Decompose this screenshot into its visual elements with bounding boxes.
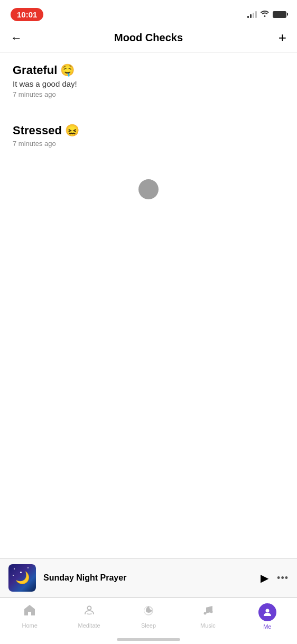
meditate-icon: [82, 603, 96, 620]
page-title: Mood Checks: [114, 32, 183, 44]
status-time: 10:01: [11, 8, 43, 21]
mood-list: Grateful 🤤 It was a good day! 7 minutes …: [0, 53, 297, 231]
star-3: [13, 575, 14, 576]
moon-icon: 🌙: [15, 571, 30, 585]
mood-title-grateful: Grateful 🤤: [13, 63, 284, 77]
mood-item-stressed: Stressed 😖 7 minutes ago: [13, 124, 284, 158]
more-options-button[interactable]: •••: [277, 573, 289, 584]
signal-bar-1: [247, 16, 249, 18]
home-icon: [23, 603, 36, 620]
tab-home[interactable]: Home: [0, 603, 59, 629]
wifi-icon: [260, 10, 270, 19]
tab-music[interactable]: Music: [178, 603, 237, 629]
status-bar: 10:01: [0, 0, 297, 23]
signal-bar-2: [250, 14, 252, 18]
mini-player-title: Sunday Night Prayer: [43, 573, 253, 583]
back-button[interactable]: ←: [11, 31, 32, 45]
music-icon: [201, 603, 215, 620]
svg-point-2: [210, 611, 213, 613]
mood-time-stressed: 7 minutes ago: [13, 140, 284, 148]
tab-music-label: Music: [200, 622, 216, 629]
mood-description-grateful: It was a good day!: [13, 79, 284, 88]
tab-me[interactable]: Me: [238, 603, 297, 630]
tab-meditate[interactable]: Meditate: [59, 603, 118, 629]
tab-meditate-label: Meditate: [78, 622, 100, 629]
header: ← Mood Checks +: [0, 23, 297, 53]
star-2: [20, 572, 22, 573]
home-indicator: [117, 638, 180, 641]
add-button[interactable]: +: [265, 30, 286, 46]
loading-indicator: [138, 179, 159, 199]
stressed-emoji: 😖: [65, 124, 79, 137]
mini-player-info: Sunday Night Prayer: [43, 573, 253, 583]
tab-me-label: Me: [263, 623, 271, 630]
mini-player-thumbnail: 🌙: [8, 564, 36, 592]
svg-point-3: [265, 609, 269, 613]
svg-point-0: [87, 606, 91, 610]
mini-player-controls: ▶ •••: [261, 572, 289, 584]
tab-bar: Home Meditate Sleep: [0, 597, 297, 644]
sleep-icon: [142, 603, 155, 620]
play-button[interactable]: ▶: [261, 572, 268, 584]
signal-bar-4: [255, 11, 257, 18]
me-avatar: [258, 603, 276, 621]
tab-home-label: Home: [22, 622, 38, 629]
mood-title-stressed: Stressed 😖: [13, 124, 284, 137]
mood-time-grateful: 7 minutes ago: [13, 90, 284, 98]
mini-player: 🌙 Sunday Night Prayer ▶ •••: [0, 558, 297, 597]
star-4: [27, 567, 29, 568]
signal-bars-icon: [247, 11, 257, 18]
signal-bar-3: [253, 13, 254, 18]
status-icons: [247, 10, 286, 19]
mood-item-grateful: Grateful 🤤 It was a good day! 7 minutes …: [13, 63, 284, 109]
tab-sleep-label: Sleep: [141, 622, 156, 629]
tab-sleep[interactable]: Sleep: [119, 603, 178, 629]
grateful-emoji: 🤤: [60, 63, 75, 77]
star-1: [14, 568, 15, 569]
battery-icon: [273, 11, 286, 18]
svg-point-1: [204, 612, 207, 615]
